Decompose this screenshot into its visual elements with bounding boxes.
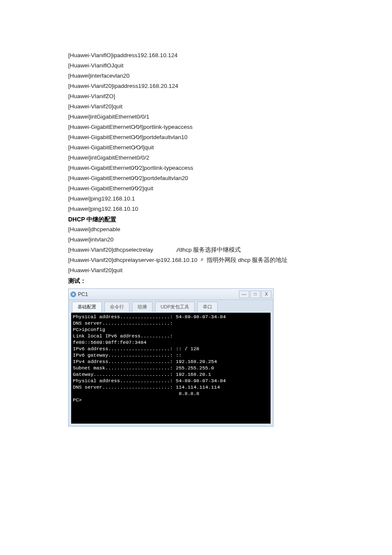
config-line: [Huawei-GigabitEthernet0∕0∕2]portdefault…	[68, 173, 341, 183]
terminal-line: Physical address.................: 54-89…	[73, 314, 269, 320]
pc1-window: PC1 — □ X 基础配置 命令行 组播 UDP发包工具 串口 Physica…	[68, 288, 274, 427]
config-line: [Huawei-Vlanif20]dhcprelayserver-ip192.1…	[68, 255, 341, 265]
config-line: [Huawei-GigabitEthernetO∕O∕l]quit	[68, 142, 341, 153]
config-line: [Huawei]intGigabitEthernet0/0/1	[68, 112, 341, 122]
terminal-container: Physical address.................: 54-89…	[69, 313, 273, 424]
ensp-app-icon	[70, 291, 76, 297]
tab-udp-tool[interactable]: UDP发包工具	[155, 302, 195, 312]
config-line: [Huawei-VIaniflOJquit	[68, 61, 341, 71]
tab-multicast[interactable]: 组播	[132, 302, 153, 312]
titlebar[interactable]: PC1 — □ X	[69, 289, 273, 300]
terminal-line: IPv4 address.....................: 192.1…	[73, 358, 269, 365]
terminal-line: Link local IPv6 address..........:	[73, 333, 269, 339]
config-line: [Huawei-VlaniflO]ipaddress192.168.10.124	[68, 50, 341, 61]
window-buttons: — □ X	[238, 291, 271, 298]
terminal-line: fe80::5689:98ff:fe07:3484	[73, 339, 269, 346]
config-line: [Huawei-GigabitEthernet0∕0∕2]quit	[68, 183, 341, 194]
tab-basic-config[interactable]: 基础配置	[72, 302, 102, 312]
tab-cli[interactable]: 命令行	[104, 302, 130, 312]
terminal-line: Subnet mask......................: 255.2…	[73, 365, 269, 371]
terminal-line: IPv6 gateway.....................: ::	[73, 352, 269, 358]
config-line: [Huawei]interfacevlan20	[68, 71, 341, 81]
terminal-line: IPv6 address.....................: :: / …	[73, 346, 269, 352]
terminal-line: PC>	[73, 397, 269, 403]
config-line: [Huawei-GigabitEthernetO∕0∕l]portdefault…	[68, 132, 341, 142]
config-line: [Huawei]ping192.168.10.1	[68, 194, 341, 204]
config-line: [Huawei-GigabitEthernetO∕0∕l]portlink-ty…	[68, 122, 341, 132]
config-line: [Huawei]intGigabitEthernet0/0/2	[68, 153, 341, 163]
config-line: [Huawei]dhcpenable	[68, 224, 341, 235]
terminal-line: Gateway..........................: 192.1…	[73, 371, 269, 378]
document-body: [Huawei-VlaniflO]ipaddress192.168.10.124…	[68, 50, 341, 427]
config-line: [Huawei]ping192.168.10.10	[68, 204, 341, 214]
tab-bar: 基础配置 命令行 组播 UDP发包工具 串口	[69, 300, 273, 312]
section-heading-dhcp-relay: DHCP 中继的配置	[68, 214, 341, 224]
minimize-button[interactable]: —	[239, 291, 249, 298]
config-line: [Huawei-VIanifZO]	[68, 91, 341, 102]
test-heading: 测试：	[68, 276, 341, 286]
config-line: [Huawei-Vlanif20]quit	[68, 102, 341, 112]
config-line: [Huawei-Vlanif20]ipaddress192.168.20.124	[68, 81, 341, 91]
terminal-output[interactable]: Physical address.................: 54-89…	[71, 313, 271, 424]
config-line: [Huawei-Vlanif20]dhcpselectrelay ∕∕dhcp …	[68, 245, 341, 255]
config-line: [Huawei-GigabitEthernet0∕0∕2]portlink-ty…	[68, 163, 341, 173]
maximize-button[interactable]: □	[250, 291, 260, 298]
terminal-line: DNS server.......................: 114.1…	[73, 384, 269, 390]
terminal-line: Physical address.................: 54-89…	[73, 378, 269, 384]
close-button[interactable]: X	[261, 291, 271, 298]
terminal-line: PC>ipconfig	[73, 326, 269, 333]
config-line: [Huawei-Vlanif20]quit	[68, 265, 341, 276]
terminal-line: 8.8.8.8	[73, 390, 269, 397]
config-line: [Huawei]intvlan20	[68, 235, 341, 245]
terminal-line: DNS server.......................:	[73, 320, 269, 326]
window-title: PC1	[78, 291, 238, 297]
tab-serial[interactable]: 串口	[197, 302, 218, 312]
